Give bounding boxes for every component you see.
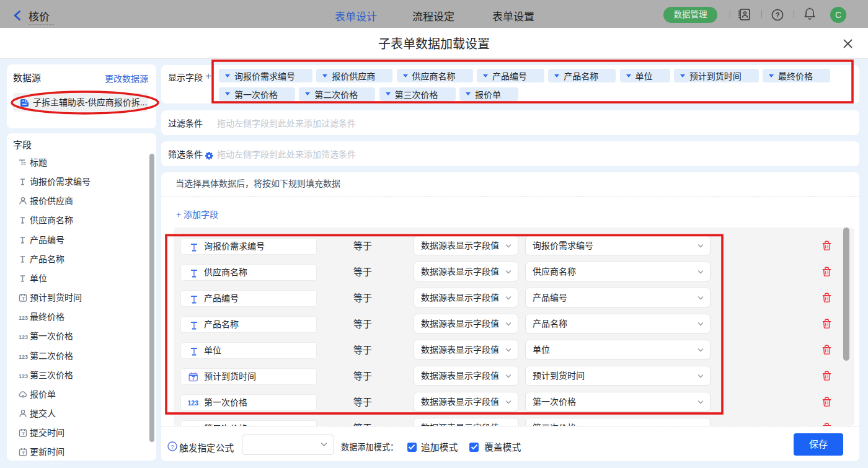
svg-text:?: ? — [776, 11, 780, 19]
svg-text:?: ? — [170, 443, 174, 450]
svg-text:7: 7 — [192, 375, 195, 381]
